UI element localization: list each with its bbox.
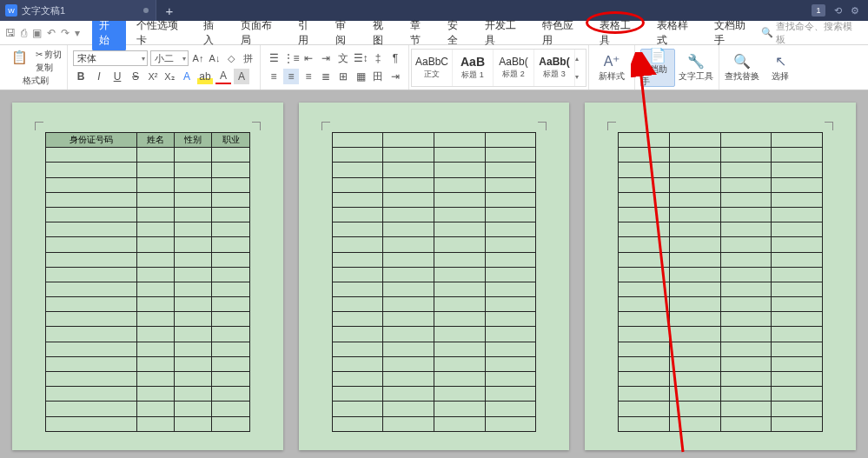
clear-format-button[interactable]: ◇ bbox=[224, 50, 238, 66]
header-cell-job[interactable]: 职业 bbox=[212, 133, 249, 148]
table-row[interactable] bbox=[332, 327, 536, 342]
table-row[interactable] bbox=[46, 387, 250, 402]
table-row[interactable] bbox=[619, 402, 823, 416]
italic-button[interactable]: I bbox=[91, 69, 107, 84]
select-button[interactable]: ↖ 选择 bbox=[763, 49, 798, 87]
table-row[interactable] bbox=[332, 297, 536, 312]
table-row[interactable] bbox=[46, 207, 250, 222]
font-color-button[interactable]: A bbox=[215, 69, 231, 84]
justify-button[interactable]: ≣ bbox=[318, 69, 334, 84]
table-row[interactable] bbox=[619, 356, 823, 371]
distribute-button[interactable]: ⊞ bbox=[335, 69, 351, 84]
grow-font-button[interactable]: A↑ bbox=[191, 50, 205, 66]
table-row[interactable] bbox=[619, 312, 823, 327]
table-row[interactable] bbox=[332, 252, 536, 267]
table-row[interactable] bbox=[332, 237, 536, 252]
search-box[interactable]: 🔍 查找命令、搜索模板 bbox=[761, 20, 868, 46]
paste-button[interactable]: 📋 bbox=[9, 49, 30, 74]
borders-button[interactable]: 田 bbox=[370, 69, 386, 84]
sync-icon[interactable]: ⟲ bbox=[834, 5, 842, 17]
align-right-button[interactable]: ≡ bbox=[301, 69, 316, 84]
table-row[interactable] bbox=[332, 416, 536, 431]
style-normal[interactable]: AaBbC 正文 bbox=[412, 50, 453, 86]
format-painter-button[interactable]: 格式刷 bbox=[23, 75, 49, 87]
table-row[interactable] bbox=[332, 312, 536, 327]
table-row[interactable] bbox=[46, 237, 250, 252]
strike-button[interactable]: S bbox=[128, 69, 143, 84]
text-direction-button[interactable]: 文 bbox=[335, 50, 351, 66]
table-row[interactable] bbox=[46, 222, 250, 237]
table-row[interactable] bbox=[46, 252, 250, 267]
table-row[interactable] bbox=[332, 163, 536, 177]
table-header-row[interactable]: 身份证号码 姓名 性别 职业 bbox=[46, 133, 250, 148]
new-style-button[interactable]: A⁺ 新样式 bbox=[594, 49, 629, 87]
shrink-font-button[interactable]: A↓ bbox=[208, 50, 222, 66]
outdent-button[interactable]: ⇤ bbox=[301, 50, 316, 66]
table-row[interactable] bbox=[619, 237, 823, 252]
table-row[interactable] bbox=[46, 327, 250, 342]
page-1[interactable]: 身份证号码 姓名 性别 职业 bbox=[12, 103, 283, 450]
table-row[interactable] bbox=[619, 327, 823, 342]
text-effect-button[interactable]: A bbox=[179, 69, 195, 84]
table-row[interactable] bbox=[619, 416, 823, 431]
table-row[interactable] bbox=[619, 222, 823, 237]
font-size-select[interactable]: 小二 bbox=[150, 50, 189, 66]
table-row[interactable] bbox=[619, 148, 823, 163]
header-cell-id[interactable]: 身份证号码 bbox=[46, 133, 137, 148]
table-row[interactable] bbox=[619, 372, 823, 387]
header-cell-name[interactable]: 姓名 bbox=[136, 133, 174, 148]
shading-button[interactable]: ▦ bbox=[353, 69, 368, 84]
table-row[interactable] bbox=[332, 402, 536, 416]
table-row[interactable] bbox=[619, 282, 823, 296]
bold-button[interactable]: B bbox=[73, 69, 89, 84]
table-row[interactable] bbox=[46, 356, 250, 371]
data-table[interactable] bbox=[332, 132, 537, 432]
document-area[interactable]: 身份证号码 姓名 性别 职业 bbox=[0, 90, 868, 458]
table-row[interactable] bbox=[619, 192, 823, 207]
data-table[interactable]: 身份证号码 姓名 性别 职业 bbox=[45, 132, 250, 432]
table-row[interactable] bbox=[46, 297, 250, 312]
find-replace-button[interactable]: 🔍 查找替换 bbox=[725, 49, 759, 87]
redo-icon[interactable]: ↷ bbox=[61, 27, 70, 39]
char-shading-button[interactable]: A bbox=[234, 69, 249, 84]
table-row[interactable] bbox=[619, 297, 823, 312]
table-row[interactable] bbox=[332, 387, 536, 402]
table-row[interactable] bbox=[332, 342, 536, 356]
table-row[interactable] bbox=[619, 267, 823, 282]
underline-button[interactable]: U bbox=[109, 69, 125, 84]
align-left-button[interactable]: ≡ bbox=[266, 69, 282, 84]
table-row[interactable] bbox=[619, 163, 823, 177]
data-table[interactable] bbox=[618, 132, 823, 432]
print-icon[interactable]: ⎙ bbox=[21, 27, 27, 39]
page-2[interactable] bbox=[299, 103, 570, 450]
copy-button[interactable]: 复制 bbox=[36, 62, 62, 74]
align-center-button[interactable]: ≡ bbox=[283, 69, 299, 84]
tab-button[interactable]: ⇥ bbox=[388, 69, 403, 84]
menu-table-tools[interactable]: 表格工具 bbox=[593, 15, 646, 51]
notification-badge[interactable]: 1 bbox=[812, 4, 825, 17]
table-row[interactable] bbox=[46, 267, 250, 282]
table-row[interactable] bbox=[332, 356, 536, 371]
table-row[interactable] bbox=[46, 163, 250, 177]
table-row[interactable] bbox=[332, 192, 536, 207]
table-row[interactable] bbox=[619, 177, 823, 192]
style-gallery[interactable]: AaBbC 正文 AaB 标题 1 AaBb( 标题 2 AaBb( 标题 3 … bbox=[411, 49, 586, 87]
qat-more-icon[interactable]: ▾ bbox=[75, 27, 80, 39]
table-row[interactable] bbox=[46, 342, 250, 356]
style-heading1[interactable]: AaB 标题 1 bbox=[453, 50, 494, 86]
indent-button[interactable]: ⇥ bbox=[318, 50, 334, 66]
save-icon[interactable]: 🖫 bbox=[5, 27, 16, 39]
style-heading3[interactable]: AaBb( 标题 3 bbox=[534, 50, 575, 86]
table-row[interactable] bbox=[332, 148, 536, 163]
scissors-icon[interactable]: ✂ bbox=[36, 50, 43, 59]
superscript-button[interactable]: X² bbox=[146, 69, 160, 84]
doc-assistant-button[interactable]: 📄 文档助手 bbox=[640, 49, 675, 87]
table-row[interactable] bbox=[619, 252, 823, 267]
bullets-button[interactable]: ☰ bbox=[266, 50, 282, 66]
settings-icon[interactable]: ⚙ bbox=[851, 5, 859, 17]
text-tools-button[interactable]: 🔧 文字工具 bbox=[679, 49, 713, 87]
show-marks-button[interactable]: ¶ bbox=[388, 50, 403, 66]
table-row[interactable] bbox=[46, 282, 250, 296]
table-row[interactable] bbox=[619, 133, 823, 148]
preview-icon[interactable]: ▣ bbox=[32, 27, 42, 39]
